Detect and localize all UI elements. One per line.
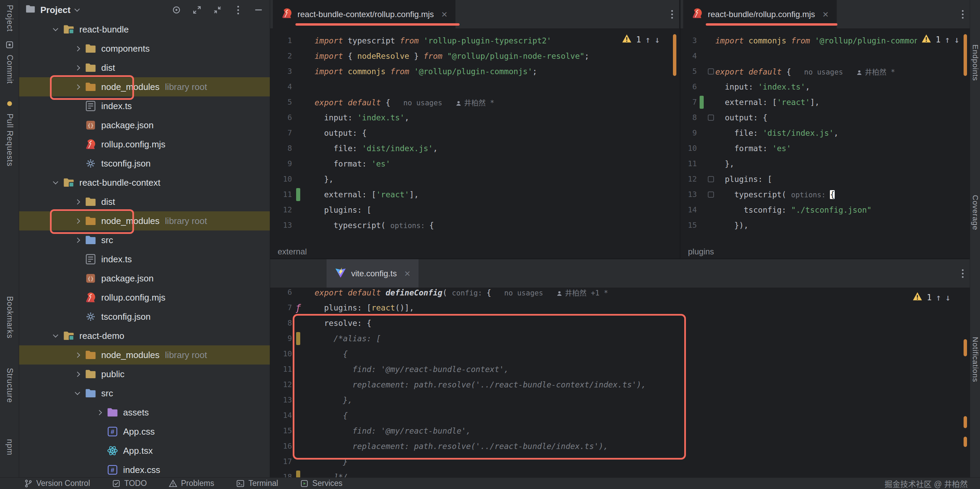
hide-panel-icon[interactable]: [253, 5, 264, 15]
tab-vite-config[interactable]: vite.config.ts ×: [326, 259, 418, 288]
tool-stripe-endpoints[interactable]: Endpoints: [970, 45, 980, 81]
tool-stripe-commit[interactable]: Commit: [0, 55, 19, 84]
code-line-6[interactable]: 6 input: 'index.ts',: [681, 79, 970, 94]
code-line-3[interactable]: 3import commonjs from '@rollup/plugin-co…: [270, 64, 679, 79]
code-line-7[interactable]: 7ƒ plugins: [react()],: [270, 300, 970, 315]
tree-row-src[interactable]: src: [19, 384, 270, 403]
prev-warning-icon[interactable]: ↑: [936, 292, 941, 303]
code-line-7[interactable]: 7 output: {: [270, 125, 679, 140]
breadcrumb-item[interactable]: external: [278, 247, 307, 256]
code-line-5[interactable]: 5export default { no usages 井柏然 *: [681, 64, 970, 79]
close-tab-icon[interactable]: ×: [441, 9, 448, 19]
chevron-down-icon[interactable]: [75, 6, 80, 12]
tree-row-node-modules[interactable]: node_moduleslibrary root: [19, 211, 270, 231]
chevron-right-icon[interactable]: [75, 84, 80, 89]
inlay-hint[interactable]: options:: [791, 191, 830, 199]
code-line-14[interactable]: 14 tsconfig: "./tsconfig.json": [681, 202, 970, 218]
tree-row-react-demo[interactable]: react-demo: [19, 326, 270, 346]
status-item-version-control[interactable]: Version Control: [24, 479, 90, 488]
tree-row-index-css[interactable]: #index.css: [19, 460, 270, 477]
code-line-13[interactable]: 13 typescript( options: {: [681, 187, 970, 202]
code-area[interactable]: 6export default defineConfig( config: { …: [270, 285, 970, 477]
inlay-hint[interactable]: options:: [390, 221, 430, 230]
code-line-4[interactable]: 4: [681, 48, 970, 64]
locate-file-icon[interactable]: [171, 5, 181, 15]
tree-row-react-bundle-context[interactable]: react-bundle-context: [19, 173, 270, 192]
gutter-function-icon[interactable]: ƒ: [296, 303, 301, 313]
chevron-right-icon[interactable]: [75, 352, 80, 358]
chevron-right-icon[interactable]: [75, 65, 80, 70]
tool-stripe-coverage[interactable]: Coverage: [970, 195, 980, 230]
inlay-hint[interactable]: no usages: [791, 68, 856, 76]
tree-row-public[interactable]: public: [19, 365, 270, 384]
editor-bottom[interactable]: vite.config.ts × 6export default defineC…: [270, 258, 970, 477]
code-line-17[interactable]: 17 }: [270, 454, 970, 469]
chevron-right-icon[interactable]: [75, 199, 80, 204]
code-vision-author-hint[interactable]: 井柏然 *: [856, 68, 895, 76]
tree-row-node-modules[interactable]: node_moduleslibrary root: [19, 346, 270, 365]
fold-region-icon[interactable]: [708, 68, 714, 75]
next-warning-icon[interactable]: ↓: [954, 35, 959, 45]
code-line-11[interactable]: 11 },: [681, 156, 970, 171]
tree-row-src[interactable]: src: [19, 231, 270, 250]
code-line-12[interactable]: 12 plugins: [: [681, 171, 970, 187]
tool-stripe-pull-requests[interactable]: Pull Requests: [0, 113, 19, 167]
chevron-down-icon[interactable]: [75, 390, 80, 395]
code-line-12[interactable]: 12 replacement: path.resolve('../react-b…: [270, 377, 970, 392]
code-line-8[interactable]: 8 output: {: [681, 110, 970, 125]
code-line-10[interactable]: 10 {: [270, 346, 970, 362]
tree-row-tsconfig-json[interactable]: tsconfig.json: [19, 307, 270, 326]
inlay-hint[interactable]: no usages: [390, 99, 455, 107]
chevron-down-icon[interactable]: [52, 332, 58, 338]
more-options-icon[interactable]: [233, 5, 243, 15]
tab-rollup-config-context[interactable]: react-bundle-context/rollup.config.mjs ×: [273, 0, 455, 29]
tab-rollup-config-bundle[interactable]: react-bundle/rollup.config.mjs ×: [683, 0, 837, 29]
tool-stripe-project[interactable]: Project: [0, 5, 19, 32]
code-line-2[interactable]: 2import { nodeResolve } from "@rollup/pl…: [270, 48, 679, 64]
collapse-panel-icon[interactable]: [212, 5, 223, 15]
code-line-13[interactable]: 13 typescript( options: {: [270, 218, 679, 233]
code-line-12[interactable]: 12 plugins: [: [270, 202, 679, 218]
code-line-9[interactable]: 9 file: 'dist/index.js',: [681, 125, 970, 140]
breadcrumb-item[interactable]: plugins: [688, 247, 714, 256]
tree-row-tsconfig-json[interactable]: tsconfig.json: [19, 154, 270, 173]
fold-region-icon[interactable]: [708, 115, 714, 121]
inspections-widget[interactable]: 1 ↑ ↓: [617, 32, 664, 47]
tree-row-rollup-config-mjs[interactable]: rollup.config.mjs: [19, 288, 270, 307]
code-line-10[interactable]: 10 },: [270, 171, 679, 187]
code-line-6[interactable]: 6export default defineConfig( config: { …: [270, 285, 970, 300]
code-line-13[interactable]: 13 },: [270, 392, 970, 408]
close-tab-icon[interactable]: ×: [823, 9, 829, 19]
editor-top-right[interactable]: react-bundle/rollup.config.mjs × 3import…: [680, 0, 970, 258]
code-line-9[interactable]: 9 format: 'es': [270, 156, 679, 171]
next-warning-icon[interactable]: ↓: [945, 292, 951, 303]
code-line-4[interactable]: 4: [270, 79, 679, 94]
chevron-right-icon[interactable]: [75, 237, 80, 243]
tree-row-react-bundle[interactable]: react-bundle: [19, 20, 270, 39]
tree-row-node-modules[interactable]: node_moduleslibrary root: [19, 77, 270, 96]
code-area[interactable]: 1import typescript from 'rollup-plugin-t…: [270, 29, 679, 245]
tool-stripe-notifications[interactable]: Notifications: [970, 337, 980, 382]
fold-region-icon[interactable]: [708, 176, 714, 182]
tree-row-rollup-config-mjs[interactable]: rollup.config.mjs: [19, 135, 270, 154]
code-line-15[interactable]: 15 find: '@my/react-bundle',: [270, 423, 970, 438]
tree-row-index-ts[interactable]: index.ts: [19, 96, 270, 116]
fold-region-icon[interactable]: [708, 191, 714, 198]
code-line-11[interactable]: 11 find: '@my/react-bundle-context',: [270, 362, 970, 377]
project-panel-title[interactable]: Project: [40, 5, 70, 15]
code-line-7[interactable]: 7 external: ['react'],: [681, 94, 970, 110]
tree-row-assets[interactable]: assets: [19, 403, 270, 422]
expand-panel-icon[interactable]: [192, 5, 202, 15]
project-tree[interactable]: react-bundlecomponentsdistnode_modulesli…: [19, 20, 270, 477]
chevron-right-icon[interactable]: [75, 371, 80, 377]
chevron-right-icon[interactable]: [75, 218, 80, 224]
code-line-5[interactable]: 5export default { no usages 井柏然 *: [270, 94, 679, 110]
editor-more-icon[interactable]: [671, 10, 673, 19]
code-line-9[interactable]: 9 /*alias: [: [270, 331, 970, 346]
inlay-hint[interactable]: no usages: [492, 289, 556, 297]
tree-row-app-tsx[interactable]: App.tsx: [19, 441, 270, 460]
code-line-8[interactable]: 8 resolve: {: [270, 315, 970, 331]
tool-stripe-structure[interactable]: Structure: [0, 368, 19, 403]
code-area[interactable]: 3import commonjs from '@rollup/plugin-co…: [681, 29, 970, 245]
prev-warning-icon[interactable]: ↑: [945, 35, 950, 45]
